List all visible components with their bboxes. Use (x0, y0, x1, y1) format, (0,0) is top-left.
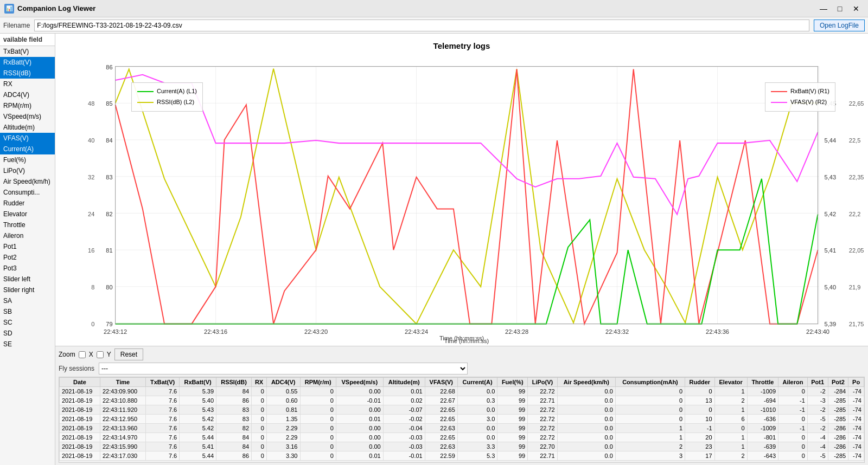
sidebar-item-sa[interactable]: SA (0, 295, 55, 306)
table-cell: 0 (252, 451, 267, 461)
sidebar-item-sb[interactable]: SB (0, 306, 55, 317)
table-cell: 2 (615, 442, 685, 451)
table-row[interactable]: 2021-08-1922:43:11.9207.65.438300.8100.0… (60, 405, 864, 415)
svg-text:22,5: 22,5 (849, 137, 861, 144)
sidebar-item-se[interactable]: SE (0, 339, 55, 350)
col-header-rxbattv: RxBatt(V) (180, 378, 216, 387)
sidebar-item-adc4v[interactable]: ADC4(V) (0, 89, 55, 100)
table-cell: -74 (848, 387, 864, 396)
sidebar-item-txbatv[interactable]: TxBat(V) (0, 46, 55, 57)
filename-label: Filename (3, 22, 30, 29)
app-title: Companion Log Viewer (17, 4, 95, 12)
close-button[interactable]: ✕ (848, 3, 864, 15)
table-row[interactable]: 2021-08-1922:43:14.9707.65.448402.2900.0… (60, 433, 864, 442)
sidebar-item-rx[interactable]: RX (0, 79, 55, 89)
table-cell: 22:43:09.900 (100, 387, 145, 396)
table-cell: 99 (497, 396, 528, 405)
table-cell: 0.00 (336, 424, 383, 433)
svg-text:5,42: 5,42 (825, 211, 837, 217)
filename-input[interactable] (34, 20, 809, 31)
svg-text:22,2: 22,2 (849, 211, 861, 217)
table-cell: 22.70 (528, 442, 558, 451)
table-cell: 0 (685, 405, 715, 415)
sidebar-item-rssidb[interactable]: RSSI(dB) (0, 68, 55, 79)
svg-text:8: 8 (91, 284, 94, 290)
sidebar-item-sc[interactable]: SC (0, 317, 55, 328)
sidebar-item-throttle[interactable]: Throttle (0, 219, 55, 230)
table-row[interactable]: 2021-08-1922:43:13.9607.65.428202.2900.0… (60, 424, 864, 433)
table-cell: -694 (747, 396, 778, 405)
sidebar-item-lipov[interactable]: LiPo(V) (0, 165, 55, 176)
table-row[interactable]: 2021-08-1922:43:10.8807.65.408600.600-0.… (60, 396, 864, 405)
sidebar-item-aileron[interactable]: Aileron (0, 230, 55, 241)
sidebar-item-fuel[interactable]: Fuel(%) (0, 154, 55, 165)
table-cell: 0.01 (336, 451, 383, 461)
table-row[interactable]: 2021-08-1922:43:09.9007.65.398400.5500.0… (60, 387, 864, 396)
maximize-button[interactable]: □ (832, 3, 847, 15)
sidebar-item-rpmrm[interactable]: RPM(r/m) (0, 100, 55, 111)
sidebar-item-rxbattv[interactable]: RxBatt(V) (0, 57, 55, 68)
fly-sessions-select[interactable]: --- (99, 363, 468, 374)
table-cell: 2.29 (266, 424, 300, 433)
sidebar-item-sliderleft[interactable]: Slider left (0, 274, 55, 285)
sidebar-item-pot1[interactable]: Pot1 (0, 241, 55, 252)
table-cell: -1 (778, 424, 808, 433)
col-header-currenta: Current(A) (457, 378, 497, 387)
sidebar-item-consumpti[interactable]: Consumpti... (0, 187, 55, 198)
sidebar-item-currenta[interactable]: Current(A) (0, 144, 55, 154)
table-cell: 22:43:14.970 (100, 433, 145, 442)
sidebar-item-elevator[interactable]: Elevator (0, 209, 55, 219)
title-bar: 📊 Companion Log Viewer — □ ✕ (0, 0, 868, 17)
open-logfile-button[interactable]: Open LogFile (814, 20, 865, 31)
table-cell: 0 (300, 396, 336, 405)
sidebar-item-sliderright[interactable]: Slider right (0, 285, 55, 295)
zoom-y-label: Y (107, 351, 111, 358)
sidebar-item-rudder[interactable]: Rudder (0, 198, 55, 209)
table-cell: 0.0 (557, 424, 615, 433)
table-cell: 0 (252, 442, 267, 451)
sidebar-item-altitudem[interactable]: Altitude(m) (0, 122, 55, 133)
table-wrapper[interactable]: DateTimeTxBat(V)RxBatt(V)RSSI(dB)RXADC4(… (59, 377, 865, 463)
table-cell: 86 (216, 451, 252, 461)
app-icon: 📊 (4, 4, 14, 14)
table-cell: -285 (828, 415, 848, 424)
table-cell: -3 (807, 396, 828, 405)
table-cell: 0 (300, 405, 336, 415)
table-cell: -74 (848, 451, 864, 461)
table-row[interactable]: 2021-08-1922:43:17.0307.65.448603.3000.0… (60, 451, 864, 461)
table-cell: 83 (216, 415, 252, 424)
svg-text:0: 0 (91, 321, 94, 327)
table-cell: 2 (714, 451, 747, 461)
table-cell: 1 (714, 405, 747, 415)
table-cell: 0 (300, 415, 336, 424)
reset-button[interactable]: Reset (114, 348, 143, 360)
sidebar-item-vspeedms[interactable]: VSpeed(m/s) (0, 111, 55, 122)
zoom-x-checkbox[interactable] (79, 351, 86, 358)
sidebar-item-sd[interactable]: SD (0, 328, 55, 339)
table-row[interactable]: 2021-08-1922:43:12.9507.65.428301.3500.0… (60, 415, 864, 424)
zoom-y-checkbox[interactable] (97, 351, 104, 358)
table-cell: 0.00 (336, 442, 383, 451)
table-cell: 1 (714, 387, 747, 396)
table-cell: -1 (685, 424, 715, 433)
table-cell: 99 (497, 442, 528, 451)
table-cell: -0.02 (383, 415, 425, 424)
table-cell: -1 (778, 396, 808, 405)
svg-text:22:43:36: 22:43:36 (706, 328, 729, 335)
table-cell: -0.03 (383, 442, 425, 451)
chart-title: Telemetry logs (433, 41, 490, 50)
table-cell: 22.72 (528, 433, 558, 442)
sidebar-item-pot2[interactable]: Pot2 (0, 252, 55, 263)
table-cell: 5.40 (180, 396, 216, 405)
sidebar-item-vfasv[interactable]: VFAS(V) (0, 133, 55, 144)
minimize-button[interactable]: — (816, 3, 831, 15)
col-header-airspeedkmh: Air Speed(km/h) (557, 378, 615, 387)
svg-text:5,41: 5,41 (825, 247, 837, 254)
fly-sessions-label: Fly sessions (59, 365, 94, 372)
table-row[interactable]: 2021-08-1922:43:15.9907.65.418403.1600.0… (60, 442, 864, 451)
table-cell: 10 (685, 415, 715, 424)
table-cell: -285 (828, 405, 848, 415)
table-cell: 0 (778, 415, 808, 424)
sidebar-item-pot3[interactable]: Pot3 (0, 263, 55, 274)
sidebar-item-airspeedkmh[interactable]: Air Speed(km/h) (0, 176, 55, 187)
